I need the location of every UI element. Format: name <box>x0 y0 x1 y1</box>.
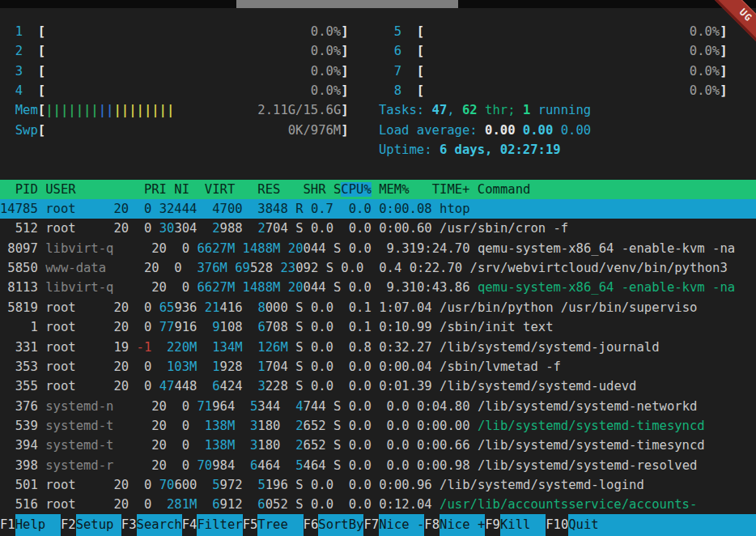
uptime-line: Uptime: 6 days, 02:27:19 <box>0 140 756 160</box>
column-header-mem[interactable]: MEM% <box>372 182 410 197</box>
cell-user: root <box>45 359 75 374</box>
column-header-cpu[interactable]: CPU% <box>341 182 371 197</box>
cell-res: 3 <box>235 438 257 453</box>
tasks-summary: Tasks: <box>379 103 432 117</box>
cell-ni: 0 <box>129 202 151 216</box>
cell-shr: 652 <box>304 419 326 433</box>
load-average: Load average: <box>379 123 485 138</box>
process-row[interactable]: 516 root 20 0 281M 6912 6052 S 0.0 0.0 0… <box>0 495 756 514</box>
cell-pid: 8097 <box>0 241 38 256</box>
column-header-pri[interactable]: PRI <box>121 182 167 197</box>
fnkey-nice-[interactable]: F8Nice + <box>424 514 485 536</box>
blank-line <box>0 160 756 179</box>
meter-bracket: ] <box>341 64 348 79</box>
cell-ni: 0 <box>129 379 151 393</box>
cell-gap <box>432 202 440 216</box>
cell-pri: 20 <box>113 261 159 275</box>
process-row[interactable]: 5850 www-data 20 0 376M 69528 23092 S 0.… <box>0 258 756 278</box>
process-row[interactable]: 355 root 20 0 47448 6424 3228 S 0.0 0.0 … <box>0 376 756 396</box>
fnkey-setup[interactable]: F2Setup <box>61 514 121 536</box>
toolbar-handle[interactable] <box>236 0 458 8</box>
meter-bracket: ] <box>720 83 727 98</box>
fnkey-filter[interactable]: F4Filter <box>182 514 243 536</box>
process-row[interactable]: 376 systemd-n 20 0 71964 5344 4744 S 0.0… <box>0 397 756 416</box>
cell-cpu: 0.0 <box>304 340 333 355</box>
process-row[interactable]: 501 root 20 0 70600 5972 5196 S 0.0 0.0 … <box>0 475 756 495</box>
meter-bracket: ] <box>720 64 727 79</box>
process-row[interactable]: 394 systemd-t 20 0 138M 3180 2652 S 0.0 … <box>0 436 756 455</box>
cell-state: S <box>288 359 304 374</box>
fnkey-key-label: F7 <box>363 514 379 536</box>
cpu-meter-label-8: 8 <box>379 83 417 98</box>
cell-gap <box>38 419 45 433</box>
cell-gap <box>470 399 478 414</box>
right-column: 8 [ 0.0%] <box>379 81 728 100</box>
cell-command: /sbin/lvmetad -f <box>440 359 561 374</box>
cell-gap <box>76 379 83 393</box>
cell-pid: 331 <box>0 340 38 355</box>
process-row[interactable]: 14785 root 20 0 32444 4700 3848 R 0.7 0.… <box>0 199 756 219</box>
cell-ni: -1 <box>129 340 151 355</box>
process-row[interactable]: 512 root 20 0 30304 2988 2704 S 0.0 0.0 … <box>0 219 756 238</box>
swap-meter-value: 0K/976M <box>45 123 341 138</box>
cell-virt: 281M <box>151 497 197 512</box>
process-row[interactable]: 331 root 19 -1 220M 134M 126M S 0.0 0.8 … <box>0 338 756 357</box>
column-header-ni[interactable]: NI <box>167 182 189 197</box>
cell-virt: 6627M <box>189 241 235 256</box>
column-header-user[interactable]: USER <box>45 182 113 197</box>
cell-gap <box>76 497 83 512</box>
fnkey-nice-[interactable]: F7Nice - <box>363 514 424 536</box>
cell-virt: 70 <box>189 458 212 473</box>
column-header-res[interactable]: RES <box>235 182 280 197</box>
cell-virt: 103M <box>151 359 197 374</box>
cell-virt: 220M <box>151 340 197 355</box>
cell-ni: 0 <box>129 300 151 315</box>
cell-state: S <box>288 379 304 393</box>
column-header-shr[interactable]: SHR <box>280 182 325 197</box>
column-header-state[interactable]: S <box>326 182 342 197</box>
cell-virt: 6627M <box>189 280 235 295</box>
cell-virt: 65 <box>151 300 174 315</box>
column-header-virt[interactable]: VIRT <box>189 182 235 197</box>
fnkey-sortby[interactable]: F6SortBy <box>304 514 364 536</box>
cell-gap <box>38 340 45 355</box>
cell-shr: 704 <box>265 221 288 236</box>
fnkey-help[interactable]: F1Help <box>0 514 61 536</box>
cell-pid: 353 <box>0 359 38 374</box>
cell-gap <box>113 241 121 256</box>
cell-time: 0:32.27 <box>372 340 432 355</box>
fnkey-kill[interactable]: F9Kill <box>485 514 546 536</box>
cell-gap <box>38 300 45 315</box>
cell-pid: 5819 <box>0 300 38 315</box>
column-header-time[interactable]: TIME+ <box>410 182 470 197</box>
process-row[interactable]: 398 systemd-r 20 0 70984 6464 5464 S 0.0… <box>0 456 756 475</box>
cell-virt: 376M <box>182 261 227 275</box>
process-row[interactable]: 8113 libvirt-q 20 0 6627M 1488M 20044 S … <box>0 278 756 297</box>
cell-cpu: 0.0 <box>341 438 371 453</box>
cell-res: 3 <box>235 419 257 433</box>
cell-gap <box>76 478 83 492</box>
process-row[interactable]: 5819 root 20 0 65936 21416 8000 S 0.0 0.… <box>0 298 756 317</box>
cell-time: 0:04.80 <box>410 399 470 414</box>
fnkey-search[interactable]: F3Search <box>121 514 182 536</box>
process-row[interactable]: 539 systemd-t 20 0 138M 3180 2652 S 0.0 … <box>0 416 756 436</box>
meter-bracket: [ <box>38 44 45 58</box>
cell-command: /lib/systemd/systemd-timesyncd <box>478 438 705 453</box>
process-row[interactable]: 353 root 20 0 103M 1928 1704 S 0.0 0.0 0… <box>0 357 756 376</box>
column-header-pid[interactable]: PID <box>0 182 38 197</box>
swap-meter-line: Swp[ 0K/976M]Load average: 0.00 0.00 0.0… <box>0 121 756 140</box>
cell-ni: 0 <box>167 280 189 295</box>
mem-bar-buffers: || <box>99 103 114 117</box>
cell-pid: 512 <box>0 221 38 236</box>
cell-mem: 0.1 <box>333 300 372 315</box>
process-row[interactable]: 1 root 20 0 77916 9108 6708 S 0.0 0.1 0:… <box>0 317 756 337</box>
cell-virt: 936 <box>174 300 197 315</box>
column-header-command[interactable]: Command <box>478 182 756 197</box>
cell-pid: 1 <box>0 320 38 334</box>
fnkey-quit[interactable]: F10Quit <box>546 514 756 536</box>
fnkey-tree[interactable]: F5Tree <box>243 514 304 536</box>
cell-virt: 138M <box>189 438 235 453</box>
process-row[interactable]: 8097 libvirt-q 20 0 6627M 1488M 20044 S … <box>0 239 756 258</box>
cell-state: S <box>326 399 342 414</box>
cell-shr: 000 <box>265 300 288 315</box>
